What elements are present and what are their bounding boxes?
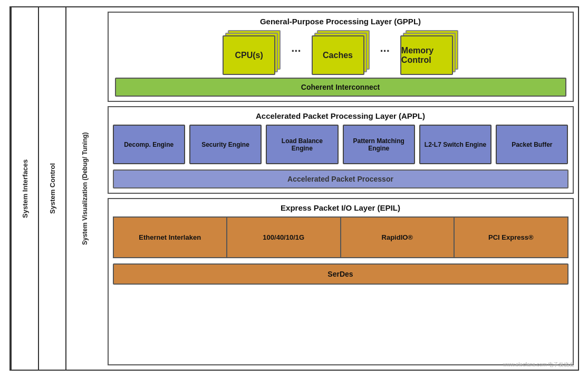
caches-card-stack: Caches bbox=[312, 30, 370, 72]
gppl-layer: General-Purpose Processing Layer (GPPL) … bbox=[108, 12, 574, 102]
load-balance-engine-box: Load Balance Engine bbox=[266, 125, 338, 164]
watermark: www.elecfans.com 电子发烧友 bbox=[503, 361, 575, 369]
cpu-card-front: CPU(s) bbox=[223, 35, 275, 75]
pattern-matching-engine-box: Pattern Matching Engine bbox=[343, 125, 415, 164]
packet-buffer-box: Packet Buffer bbox=[496, 125, 568, 164]
cpu-card-stack: CPU(s) bbox=[223, 30, 281, 72]
coherent-interconnect: Coherent Interconnect bbox=[115, 78, 566, 97]
epil-io-boxes: Ethernet Interlaken 100/40/10/1G RapidIO… bbox=[113, 216, 568, 258]
serdes-bar: SerDes bbox=[113, 263, 568, 285]
caches-stack: Caches bbox=[312, 30, 370, 72]
appl-layer: Accelerated Packet Processing Layer (APP… bbox=[108, 106, 574, 194]
system-interfaces-strip: System Interfaces bbox=[11, 7, 38, 370]
appl-engines: Decomp. Engine Security Engine Load Bala… bbox=[113, 125, 568, 164]
ethernet-interlaken-box: Ethernet Interlaken bbox=[114, 218, 228, 257]
100g-box: 100/40/10/1G bbox=[227, 218, 341, 257]
memory-card-stack: Memory Control bbox=[400, 30, 458, 72]
system-control-strip: System Control bbox=[38, 7, 65, 370]
diagram-wrapper: System Interfaces System Control System … bbox=[9, 6, 579, 371]
l2-l7-switch-engine-box: L2-L7 Switch Engine bbox=[419, 125, 491, 164]
decomp-engine-box: Decomp. Engine bbox=[113, 125, 185, 164]
main-content: General-Purpose Processing Layer (GPPL) … bbox=[103, 7, 578, 370]
memory-stack: Memory Control bbox=[400, 30, 458, 72]
epil-layer: Express Packet I/O Layer (EPIL) Ethernet… bbox=[108, 198, 574, 365]
gppl-components: CPU(s) ··· Caches ··· bbox=[113, 30, 568, 72]
accelerated-processor: Accelerated Packet Processor bbox=[113, 169, 568, 188]
appl-title: Accelerated Packet Processing Layer (APP… bbox=[113, 111, 568, 120]
left-strips: System Interfaces System Control System … bbox=[11, 7, 103, 370]
cpu-stack: CPU(s) bbox=[223, 30, 281, 72]
visualization-strip: System Visualization (Debug/ Tuning) bbox=[65, 7, 103, 370]
rapidio-box: RapidIO® bbox=[341, 218, 455, 257]
caches-card-front: Caches bbox=[312, 35, 364, 75]
gppl-title: General-Purpose Processing Layer (GPPL) bbox=[113, 17, 568, 26]
security-engine-box: Security Engine bbox=[189, 125, 262, 164]
dots-1: ··· bbox=[291, 44, 301, 58]
memory-card-front: Memory Control bbox=[400, 35, 453, 75]
pci-express-box: PCI Express® bbox=[455, 218, 567, 257]
epil-title: Express Packet I/O Layer (EPIL) bbox=[113, 203, 568, 212]
dots-2: ··· bbox=[380, 44, 390, 58]
